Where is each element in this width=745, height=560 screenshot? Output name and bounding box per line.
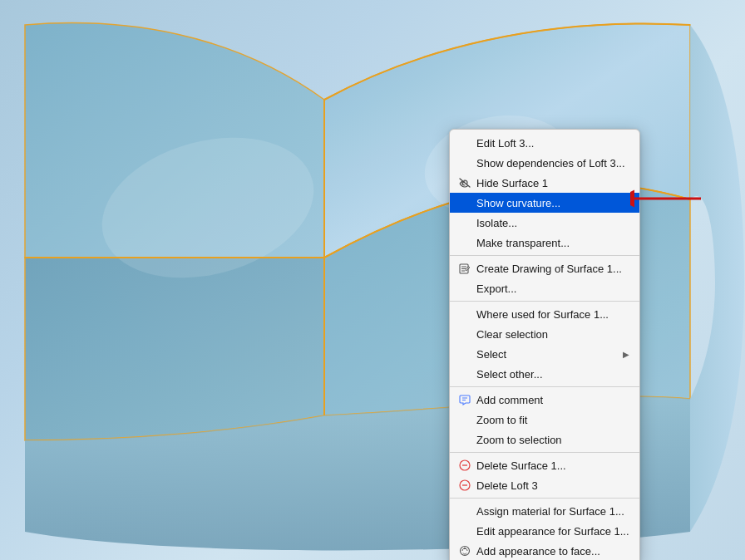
menu-label-select-other: Select other... (476, 368, 629, 381)
separator-3 (450, 386, 639, 387)
delete-circle-icon-surface (458, 459, 471, 472)
submenu-arrow-select: ▶ (623, 350, 629, 359)
drawing-icon (458, 262, 471, 275)
menu-item-delete-surface[interactable]: Delete Surface 1... (450, 455, 639, 475)
menu-label-assign-material: Assign material for Surface 1... (476, 505, 629, 518)
menu-icon-edit-loft (458, 136, 471, 150)
menu-item-show-curvature[interactable]: Show curvature... (450, 193, 639, 213)
menu-icon-select-other (458, 367, 471, 381)
svg-point-15 (464, 548, 466, 549)
menu-item-select-other[interactable]: Select other... (450, 364, 639, 384)
menu-label-edit-loft: Edit Loft 3... (476, 137, 629, 150)
menu-item-hide-surface[interactable]: Hide Surface 1 (450, 173, 639, 193)
menu-icon-make-transparent (458, 236, 471, 249)
menu-label-delete-loft: Delete Loft 3 (476, 479, 629, 492)
menu-icon-edit-appearance (458, 524, 471, 538)
menu-label-show-dependencies: Show dependencies of Loft 3... (476, 157, 629, 169)
menu-label-create-drawing: Create Drawing of Surface 1... (476, 263, 629, 275)
menu-icon-show-dependencies (458, 156, 471, 169)
separator-5 (450, 498, 639, 499)
separator-1 (450, 255, 639, 256)
menu-icon-where-used (458, 307, 471, 321)
menu-item-isolate[interactable]: Isolate... (450, 213, 639, 233)
menu-item-clear-selection[interactable]: Clear selection (450, 324, 639, 344)
menu-label-edit-appearance: Edit appearance for Surface 1... (476, 525, 629, 538)
separator-4 (450, 452, 639, 453)
menu-label-hide-surface: Hide Surface 1 (476, 177, 629, 189)
menu-label-zoom-fit: Zoom to fit (476, 414, 629, 426)
menu-icon-assign-material (458, 504, 471, 518)
menu-icon-export (458, 282, 471, 295)
eye-slash-icon (458, 176, 471, 189)
menu-item-add-comment[interactable]: Add comment (450, 390, 639, 410)
menu-icon-isolate (458, 216, 471, 229)
menu-item-export[interactable]: Export... (450, 278, 639, 298)
menu-item-show-dependencies[interactable]: Show dependencies of Loft 3... (450, 153, 639, 173)
menu-label-clear-selection: Clear selection (476, 328, 629, 341)
menu-icon-select (458, 347, 471, 361)
menu-item-add-appearance[interactable]: Add appearance to face... (450, 541, 639, 560)
menu-label-where-used: Where used for Surface 1... (476, 308, 629, 321)
menu-item-assign-material[interactable]: Assign material for Surface 1... (450, 501, 639, 521)
menu-label-zoom-selection: Zoom to selection (476, 434, 629, 446)
menu-label-add-appearance: Add appearance to face... (476, 545, 629, 558)
menu-item-create-drawing[interactable]: Create Drawing of Surface 1... (450, 258, 639, 278)
appearance-icon (458, 544, 471, 558)
menu-label-add-comment: Add comment (476, 394, 629, 406)
menu-item-select[interactable]: Select ▶ (450, 344, 639, 364)
menu-icon-zoom-selection (458, 433, 471, 446)
menu-item-make-transparent[interactable]: Make transparent... (450, 233, 639, 253)
menu-icon-zoom-fit (458, 413, 471, 426)
menu-item-zoom-fit[interactable]: Zoom to fit (450, 410, 639, 430)
menu-icon-clear-selection (458, 327, 471, 341)
menu-item-zoom-selection[interactable]: Zoom to selection (450, 430, 639, 449)
context-menu: Edit Loft 3... Show dependencies of Loft… (449, 129, 640, 560)
menu-label-export: Export... (476, 282, 629, 295)
menu-label-select: Select (476, 348, 618, 361)
menu-item-edit-loft[interactable]: Edit Loft 3... (450, 133, 639, 153)
menu-label-make-transparent: Make transparent... (476, 237, 629, 249)
menu-label-delete-surface: Delete Surface 1... (476, 459, 629, 472)
menu-icon-show-curvature (458, 196, 471, 209)
menu-label-show-curvature: Show curvature... (476, 197, 629, 209)
red-arrow-indicator (630, 189, 705, 211)
separator-2 (450, 301, 639, 302)
comment-icon (458, 393, 471, 406)
menu-label-isolate: Isolate... (476, 217, 629, 229)
menu-item-where-used[interactable]: Where used for Surface 1... (450, 304, 639, 324)
delete-circle-icon-loft (458, 479, 471, 492)
menu-item-edit-appearance[interactable]: Edit appearance for Surface 1... (450, 521, 639, 541)
menu-item-delete-loft[interactable]: Delete Loft 3 (450, 475, 639, 495)
